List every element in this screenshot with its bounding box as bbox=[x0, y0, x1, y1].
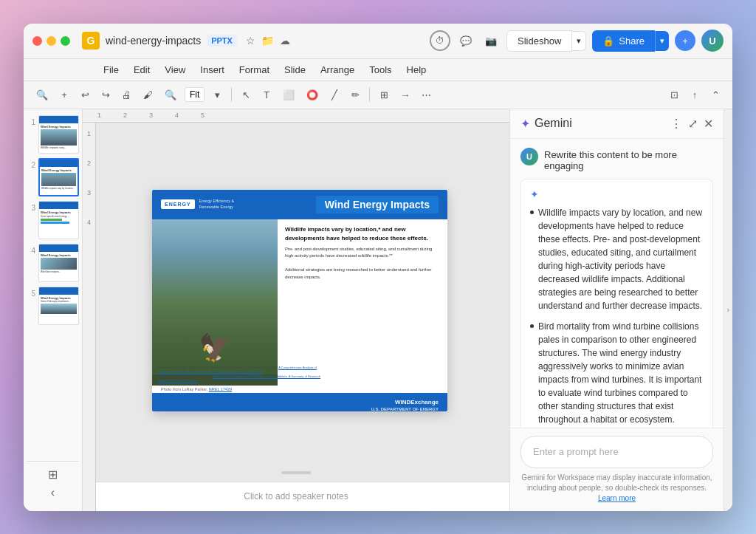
more-icon[interactable]: ⋯ bbox=[418, 87, 435, 103]
undo-icon[interactable]: ↩ bbox=[77, 87, 93, 103]
plus-button[interactable]: + bbox=[675, 30, 695, 51]
slide-thumb-1-container: 1 Wind Energy Impacts Wildlife impacts v… bbox=[27, 115, 79, 154]
slide-thumb-1[interactable]: Wind Energy Impacts Wildlife impacts var… bbox=[38, 115, 79, 154]
bg-icon[interactable]: ⊡ bbox=[666, 87, 682, 103]
energy-sub-text: Energy Efficiency & Renewable Energy bbox=[199, 199, 235, 210]
main-content: 1 Wind Energy Impacts Wildlife impacts v… bbox=[24, 109, 732, 511]
grid-icon[interactable]: ⊞ bbox=[48, 468, 58, 482]
slide-num-2: 2 bbox=[27, 158, 35, 169]
energy-logo: ENERGY Energy Efficiency & Renewable Ene… bbox=[161, 199, 234, 210]
cloud-icon[interactable]: ☁ bbox=[280, 35, 290, 47]
close-button[interactable] bbox=[32, 36, 42, 46]
slide-thumb-4-container: 4 Wind Energy Impacts Wind farm impacts.… bbox=[27, 244, 79, 282]
toolbar-right: ⏱ 💬 📷 Slideshow ▾ 🔒 Share ▾ + U bbox=[430, 30, 724, 52]
slideshow-dropdown[interactable]: ▾ bbox=[572, 31, 586, 51]
share-dropdown[interactable]: ▾ bbox=[655, 31, 669, 51]
wind-exchange-logo: WINDExchange U.S. DEPARTMENT OF ENERGY bbox=[371, 398, 439, 411]
arrow-up-icon[interactable]: ↑ bbox=[687, 87, 703, 103]
slide-thumb-4[interactable]: Wind Energy Impacts Wind farm impacts... bbox=[38, 244, 79, 282]
shape-icon[interactable]: ⬜ bbox=[279, 87, 298, 103]
menu-tools[interactable]: Tools bbox=[363, 62, 397, 78]
zoom-dropdown[interactable]: Fit bbox=[185, 87, 205, 102]
video-icon[interactable]: 📷 bbox=[481, 33, 501, 49]
caret-icon[interactable]: ⌃ bbox=[707, 87, 724, 103]
slide-main-text-bold: Wildlife impacts vary by location,* and … bbox=[285, 225, 440, 243]
gemini-header-icons: ⋮ ⤢ ✕ bbox=[670, 117, 713, 131]
gemini-response: ✦ Wildlife impacts vary by location, and… bbox=[520, 179, 713, 428]
star-icon[interactable]: ☆ bbox=[246, 35, 255, 47]
slide-panel-bottom: ⊞ ‹ bbox=[27, 461, 79, 505]
line-icon[interactable]: ╱ bbox=[326, 87, 343, 103]
share-button[interactable]: 🔒 Share bbox=[592, 30, 655, 52]
gemini-expand-icon[interactable]: ⤢ bbox=[688, 117, 698, 131]
gemini-header: ✦ Gemini ⋮ ⤢ ✕ bbox=[510, 109, 724, 139]
canvas-area: 12345 1234 ENERGY Energy Efficiency & bbox=[83, 109, 509, 511]
slide-num-4: 4 bbox=[27, 244, 35, 255]
gemini-more-icon[interactable]: ⋮ bbox=[670, 117, 682, 131]
cursor-icon[interactable]: ↖ bbox=[238, 87, 254, 103]
speaker-notes[interactable]: Click to add speaker notes bbox=[83, 482, 509, 511]
app-window: G wind-energy-impacts PPTX ☆ 📁 ☁ ⏱ 💬 📷 S… bbox=[24, 24, 732, 511]
slideshow-button[interactable]: Slideshow bbox=[506, 30, 572, 52]
slide-thumb-2[interactable]: Wind Energy Impacts Wildlife impacts var… bbox=[38, 158, 79, 196]
zoom-arrow[interactable]: ▾ bbox=[209, 87, 225, 103]
slide-thumb-3-container: 3 Wind Energy Impacts Some specific wind… bbox=[27, 201, 79, 239]
menu-view[interactable]: View bbox=[159, 62, 191, 78]
ruler-vertical: 1234 bbox=[83, 123, 96, 511]
panel-collapse-icon[interactable]: ‹ bbox=[51, 486, 55, 499]
menu-file[interactable]: File bbox=[97, 62, 125, 78]
print-icon[interactable]: 🖨 bbox=[118, 87, 135, 103]
menu-bar: File Edit View Insert Format Slide Arran… bbox=[24, 59, 732, 81]
menu-format[interactable]: Format bbox=[233, 62, 275, 78]
bullet-dot-1 bbox=[530, 210, 534, 214]
user-message-text: Rewrite this content to be more engaging bbox=[544, 148, 713, 171]
timer-icon[interactable]: ⏱ bbox=[430, 30, 450, 51]
slide-canvas-wrapper: ENERGY Energy Efficiency & Renewable Ene… bbox=[83, 123, 509, 471]
zoom-in-icon[interactable]: + bbox=[56, 87, 72, 103]
slide-panel: 1 Wind Energy Impacts Wildlife impacts v… bbox=[24, 109, 83, 511]
slide-thumb-3[interactable]: Wind Energy Impacts Some specific wind e… bbox=[38, 201, 79, 239]
format-bar: 🔍 + ↩ ↪ 🖨 🖌 🔍 Fit ▾ ↖ T ⬜ ⭕ ╱ ✏ ⊞ → ⋯ ⊡ … bbox=[24, 81, 732, 109]
text-icon[interactable]: T bbox=[258, 87, 275, 103]
gemini-body: U Rewrite this content to be more engagi… bbox=[510, 139, 724, 428]
scroll-area bbox=[83, 471, 509, 482]
menu-edit[interactable]: Edit bbox=[128, 62, 156, 78]
zoom-out-icon[interactable]: 🔍 bbox=[32, 87, 52, 103]
gemini-close-icon[interactable]: ✕ bbox=[704, 117, 713, 131]
disclaimer-content: Gemini for Workspace may display inaccur… bbox=[521, 473, 712, 492]
pen-icon[interactable]: ✏ bbox=[347, 87, 363, 103]
response-bullet-2: Bird mortality from wind turbine collisi… bbox=[530, 320, 704, 426]
chat-icon[interactable]: 💬 bbox=[456, 33, 475, 49]
menu-insert[interactable]: Insert bbox=[194, 62, 230, 78]
slide-header-bar: ENERGY Energy Efficiency & Renewable Ene… bbox=[152, 190, 447, 219]
file-badge: PPTX bbox=[207, 35, 237, 47]
minimize-button[interactable] bbox=[47, 36, 56, 46]
slide-canvas[interactable]: ENERGY Energy Efficiency & Renewable Ene… bbox=[152, 190, 447, 411]
redo-icon[interactable]: ↪ bbox=[97, 87, 114, 103]
bullet-dot-2 bbox=[530, 324, 534, 328]
circle-icon[interactable]: ⭕ bbox=[303, 87, 322, 103]
maximize-button[interactable] bbox=[61, 36, 70, 46]
slide-thumb-5-container: 5 Wind Energy Impacts Sierra Club says i… bbox=[27, 287, 79, 325]
arrow-icon[interactable]: → bbox=[396, 87, 413, 103]
photo-link[interactable]: NREL 17429 bbox=[209, 387, 232, 391]
slide-thumb-5[interactable]: Wind Energy Impacts Sierra Club says imp… bbox=[38, 287, 79, 325]
response-bullet-1-text: Wildlife impacts vary by location, and n… bbox=[538, 206, 704, 312]
prompt-input[interactable]: Enter a prompt here bbox=[520, 436, 713, 468]
user-message: U Rewrite this content to be more engagi… bbox=[520, 148, 713, 171]
user-avatar: U bbox=[701, 30, 724, 52]
scroll-indicator bbox=[281, 471, 311, 474]
zoom-select-icon[interactable]: 🔍 bbox=[161, 87, 180, 103]
menu-slide[interactable]: Slide bbox=[278, 62, 312, 78]
slide-title: Wind Energy Impacts bbox=[316, 196, 439, 213]
gemini-input-area: Enter a prompt here Gemini for Workspace… bbox=[510, 428, 724, 511]
menu-help[interactable]: Help bbox=[401, 62, 433, 78]
menu-arrange[interactable]: Arrange bbox=[315, 62, 360, 78]
folder-icon[interactable]: 📁 bbox=[261, 35, 274, 47]
paint-icon[interactable]: 🖌 bbox=[140, 87, 157, 103]
layout-icon[interactable]: ⊞ bbox=[376, 87, 392, 103]
gemini-panel: ✦ Gemini ⋮ ⤢ ✕ U Rewrite this content to… bbox=[509, 109, 724, 511]
slide-photo-credit: Photo from LuRay Parker, NREL 17429 bbox=[152, 386, 447, 393]
gemini-collapse-handle[interactable]: › bbox=[724, 109, 732, 511]
learn-more-link[interactable]: Learn more bbox=[598, 494, 636, 502]
